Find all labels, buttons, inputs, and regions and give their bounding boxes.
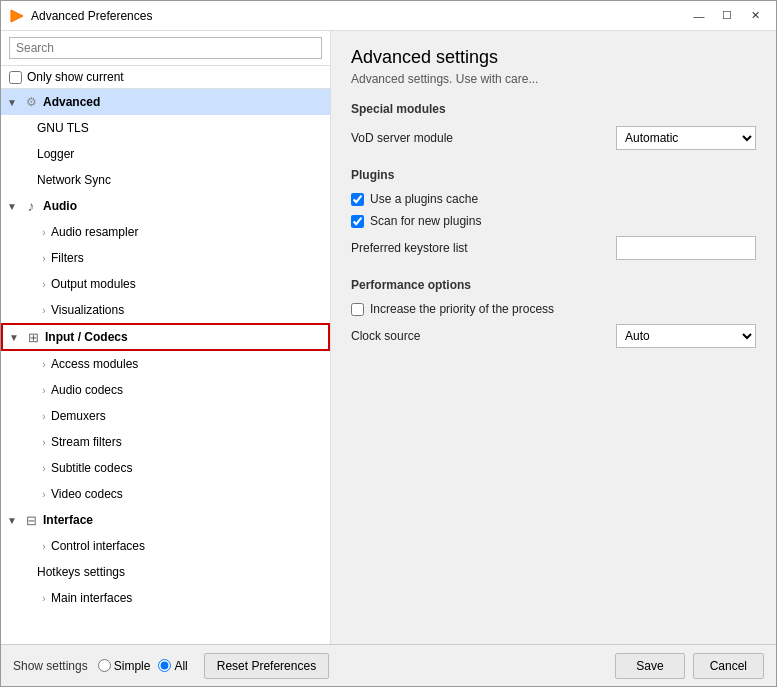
svg-marker-0: [11, 10, 23, 22]
tree-item-input-codecs[interactable]: ▼ ⊞ Input / Codecs: [1, 323, 330, 351]
app-window: Advanced Preferences — ☐ ✕ Only show cur…: [0, 0, 777, 687]
vod-server-label: VoD server module: [351, 131, 606, 145]
advanced-icon: ⚙: [23, 94, 39, 110]
maximize-button[interactable]: ☐: [714, 6, 740, 26]
expand-icon-input-codecs: ▼: [7, 330, 21, 344]
performance-section: Performance options Increase the priorit…: [351, 278, 756, 348]
tree-label-filters: Filters: [51, 251, 84, 265]
keystore-input[interactable]: [616, 236, 756, 260]
clock-source-row: Clock source Auto System Monotonic: [351, 324, 756, 348]
tree-label-audio-codecs: Audio codecs: [51, 383, 123, 397]
tree-item-stream-filters[interactable]: › Stream filters: [1, 429, 330, 455]
left-panel: Only show current ▼ ⚙ Advanced GNU TLS L…: [1, 31, 331, 644]
tree-label-control-interfaces: Control interfaces: [51, 539, 145, 553]
radio-group: Simple All: [98, 659, 188, 673]
radio-all: All: [158, 659, 187, 673]
arrow-demuxers: ›: [37, 409, 51, 423]
radio-all-label: All: [174, 659, 187, 673]
tree-label-demuxers: Demuxers: [51, 409, 106, 423]
plugins-section: Plugins Use a plugins cache Scan for new…: [351, 168, 756, 260]
scan-new-label: Scan for new plugins: [370, 214, 481, 228]
use-cache-label: Use a plugins cache: [370, 192, 478, 206]
special-modules-section: Special modules VoD server module Automa…: [351, 102, 756, 150]
keystore-label: Preferred keystore list: [351, 241, 606, 255]
minimize-button[interactable]: —: [686, 6, 712, 26]
tree-label-audio-resampler: Audio resampler: [51, 225, 138, 239]
app-icon: [9, 8, 25, 24]
tree-label-audio: Audio: [43, 199, 77, 213]
vod-server-select[interactable]: Automatic None Custom: [616, 126, 756, 150]
keystore-row: Preferred keystore list: [351, 236, 756, 260]
reset-preferences-button[interactable]: Reset Preferences: [204, 653, 329, 679]
tree-item-subtitle-codecs[interactable]: › Subtitle codecs: [1, 455, 330, 481]
priority-label: Increase the priority of the process: [370, 302, 554, 316]
arrow-audio-resampler: ›: [37, 225, 51, 239]
tree-label-video-codecs: Video codecs: [51, 487, 123, 501]
tree-item-advanced[interactable]: ▼ ⚙ Advanced: [1, 89, 330, 115]
scan-new-row: Scan for new plugins: [351, 214, 756, 228]
tree-item-logger[interactable]: Logger: [1, 141, 330, 167]
tree-label-interface: Interface: [43, 513, 93, 527]
arrow-subtitle-codecs: ›: [37, 461, 51, 475]
tree-item-hotkeys-settings[interactable]: Hotkeys settings: [1, 559, 330, 585]
clock-source-label: Clock source: [351, 329, 606, 343]
radio-simple: Simple: [98, 659, 151, 673]
tree-item-main-interfaces[interactable]: › Main interfaces: [1, 585, 330, 611]
arrow-video-codecs: ›: [37, 487, 51, 501]
only-current-checkbox[interactable]: [9, 71, 22, 84]
tree-item-gnu-tls[interactable]: GNU TLS: [1, 115, 330, 141]
tree-label-access-modules: Access modules: [51, 357, 138, 371]
interface-icon: ⊟: [23, 512, 39, 528]
save-button[interactable]: Save: [615, 653, 684, 679]
arrow-access-modules: ›: [37, 357, 51, 371]
expand-icon-interface: ▼: [5, 513, 19, 527]
tree-label-input-codecs: Input / Codecs: [45, 330, 128, 344]
arrow-visualizations: ›: [37, 303, 51, 317]
tree-item-visualizations[interactable]: › Visualizations: [1, 297, 330, 323]
arrow-main-interfaces: ›: [37, 591, 51, 605]
tree-label-output-modules: Output modules: [51, 277, 136, 291]
radio-all-input[interactable]: [158, 659, 171, 672]
tree-item-audio-codecs[interactable]: › Audio codecs: [1, 377, 330, 403]
tree-item-control-interfaces[interactable]: › Control interfaces: [1, 533, 330, 559]
priority-checkbox[interactable]: [351, 303, 364, 316]
tree-item-audio[interactable]: ▼ ♪ Audio: [1, 193, 330, 219]
right-title: Advanced settings: [351, 47, 756, 68]
tree-label-logger: Logger: [37, 147, 74, 161]
input-codecs-icon: ⊞: [25, 329, 41, 345]
use-cache-checkbox[interactable]: [351, 193, 364, 206]
priority-row: Increase the priority of the process: [351, 302, 756, 316]
arrow-output-modules: ›: [37, 277, 51, 291]
arrow-stream-filters: ›: [37, 435, 51, 449]
tree-item-access-modules[interactable]: › Access modules: [1, 351, 330, 377]
plugins-label: Plugins: [351, 168, 756, 182]
cancel-button[interactable]: Cancel: [693, 653, 764, 679]
bottom-actions: Save Cancel: [615, 653, 764, 679]
tree-label-visualizations: Visualizations: [51, 303, 124, 317]
search-input[interactable]: [9, 37, 322, 59]
window-controls: — ☐ ✕: [686, 6, 768, 26]
radio-simple-label: Simple: [114, 659, 151, 673]
tree-item-audio-resampler[interactable]: › Audio resampler: [1, 219, 330, 245]
vod-server-row: VoD server module Automatic None Custom: [351, 126, 756, 150]
tree-label-advanced: Advanced: [43, 95, 100, 109]
main-content: Only show current ▼ ⚙ Advanced GNU TLS L…: [1, 31, 776, 644]
arrow-control-interfaces: ›: [37, 539, 51, 553]
tree-label-gnu-tls: GNU TLS: [37, 121, 89, 135]
right-panel: Advanced settings Advanced settings. Use…: [331, 31, 776, 644]
tree-item-video-codecs[interactable]: › Video codecs: [1, 481, 330, 507]
tree-item-filters[interactable]: › Filters: [1, 245, 330, 271]
tree-item-network-sync[interactable]: Network Sync: [1, 167, 330, 193]
search-box: [1, 31, 330, 66]
close-button[interactable]: ✕: [742, 6, 768, 26]
special-modules-label: Special modules: [351, 102, 756, 116]
expand-icon-advanced: ▼: [5, 95, 19, 109]
tree-item-demuxers[interactable]: › Demuxers: [1, 403, 330, 429]
tree-item-interface[interactable]: ▼ ⊟ Interface: [1, 507, 330, 533]
only-current-row: Only show current: [1, 66, 330, 89]
radio-simple-input[interactable]: [98, 659, 111, 672]
tree-item-output-modules[interactable]: › Output modules: [1, 271, 330, 297]
scan-new-checkbox[interactable]: [351, 215, 364, 228]
clock-source-select[interactable]: Auto System Monotonic: [616, 324, 756, 348]
performance-label: Performance options: [351, 278, 756, 292]
